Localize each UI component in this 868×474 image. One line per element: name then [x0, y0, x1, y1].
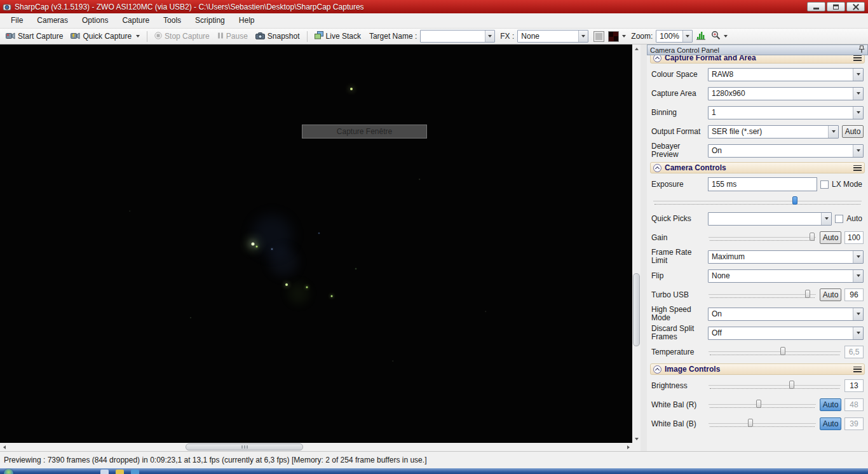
vertical-scroll-thumb[interactable] — [633, 273, 640, 346]
exposure-input[interactable]: 155 ms — [708, 177, 817, 191]
lx-mode-checkbox[interactable] — [820, 180, 829, 189]
binning-dropdown[interactable]: 1 — [708, 106, 864, 119]
taskbar-app-icon[interactable] — [131, 470, 139, 474]
brightness-value[interactable]: 13 — [844, 379, 864, 392]
white-bal-b-auto-button[interactable]: Auto — [820, 417, 841, 430]
zoom-tool-button[interactable] — [709, 29, 729, 43]
section-camera-controls[interactable]: Camera Controls — [650, 162, 865, 173]
display-swatch-button[interactable] — [593, 31, 604, 42]
frame-rate-limit-dropdown[interactable]: Maximum — [708, 250, 864, 264]
capture-area-dropdown[interactable]: 1280x960 — [708, 87, 864, 100]
menu-cameras[interactable]: Cameras — [30, 13, 75, 28]
white-bal-r-label: White Bal (R) — [651, 401, 705, 409]
star — [256, 246, 258, 248]
gain-slider[interactable] — [708, 232, 817, 243]
menu-file[interactable]: File — [4, 13, 30, 28]
white-bal-r-slider[interactable] — [708, 399, 817, 410]
brightness-slider-handle[interactable] — [789, 381, 794, 389]
white-bal-r-slider-handle[interactable] — [756, 400, 761, 408]
preview-canvas[interactable]: Capture Fenêtre — [0, 44, 632, 443]
menu-capture[interactable]: Capture — [115, 13, 156, 28]
flip-dropdown[interactable]: None — [708, 269, 864, 283]
colour-swatch-button[interactable] — [608, 31, 619, 42]
live-stack-button[interactable]: Live Stack — [311, 30, 364, 43]
colour-space-label: Colour Space — [651, 71, 705, 79]
chevron-down-icon[interactable] — [682, 30, 692, 42]
discard-split-frames-dropdown[interactable]: Off — [708, 327, 864, 340]
collapse-icon[interactable] — [653, 55, 661, 62]
collapse-icon[interactable] — [653, 164, 661, 172]
output-format-auto-button[interactable]: Auto — [842, 125, 864, 138]
white-bal-r-auto-button[interactable]: Auto — [820, 398, 841, 411]
taskbar-app-icon[interactable] — [116, 470, 124, 474]
white-bal-b-slider[interactable] — [708, 418, 817, 430]
zoom-dropdown[interactable]: 100% — [656, 30, 693, 43]
start-button[interactable] — [4, 469, 13, 474]
chevron-down-icon — [853, 270, 863, 282]
gain-auto-button[interactable]: Auto — [820, 231, 841, 244]
vertical-scrollbar[interactable] — [632, 44, 641, 443]
section-menu-icon[interactable] — [853, 55, 862, 61]
menu-tools[interactable]: Tools — [156, 13, 188, 28]
high-speed-mode-dropdown[interactable]: On — [708, 308, 864, 321]
debayer-preview-dropdown[interactable]: On — [708, 144, 864, 158]
exposure-auto-checkbox[interactable] — [835, 215, 843, 223]
menu-scripting[interactable]: Scripting — [188, 13, 232, 28]
exposure-label: Exposure — [651, 180, 705, 189]
star — [129, 210, 130, 212]
scroll-up-button[interactable] — [632, 44, 641, 53]
chevron-down-icon[interactable] — [578, 30, 588, 42]
chevron-down-icon[interactable] — [485, 30, 494, 42]
minimize-button[interactable] — [807, 2, 825, 11]
brightness-label: Brightness — [651, 382, 705, 390]
gain-value[interactable]: 100 — [844, 231, 864, 244]
turbo-usb-auto-button[interactable]: Auto — [820, 288, 841, 301]
star — [392, 360, 393, 362]
maximize-button[interactable] — [827, 2, 845, 11]
main-toolbar: Start Capture Quick Capture Stop Capture… — [0, 29, 868, 44]
close-button[interactable] — [846, 2, 865, 11]
section-menu-icon[interactable] — [853, 165, 862, 171]
star — [269, 247, 298, 276]
turbo-usb-value[interactable]: 96 — [844, 288, 864, 301]
white-bal-b-slider-handle[interactable] — [748, 419, 753, 427]
brightness-slider[interactable] — [708, 380, 841, 391]
scroll-down-button[interactable] — [632, 435, 641, 443]
section-image-controls[interactable]: Image Controls — [650, 363, 865, 375]
menu-options[interactable]: Options — [75, 13, 115, 28]
exposure-slider-handle[interactable] — [792, 196, 797, 205]
taskbar-app-icon[interactable] — [100, 470, 109, 474]
chevron-down-icon[interactable] — [622, 35, 626, 37]
turbo-usb-slider-handle[interactable] — [805, 290, 810, 298]
high-speed-mode-value: On — [709, 309, 853, 318]
section-menu-icon[interactable] — [853, 367, 862, 372]
chevron-down-icon[interactable] — [724, 35, 728, 37]
star — [190, 317, 191, 318]
section-capture-format[interactable]: Capture Format and Area — [650, 55, 865, 64]
chevron-down-icon — [853, 251, 863, 263]
toolbar-separator — [307, 31, 308, 42]
target-name-input[interactable] — [420, 30, 495, 43]
turbo-usb-slider[interactable] — [708, 289, 817, 301]
windows-taskbar — [0, 468, 868, 474]
horizontal-scrollbar[interactable] — [0, 443, 632, 451]
output-format-dropdown[interactable]: SER file (*.ser) — [708, 125, 839, 139]
horizontal-scroll-thumb[interactable] — [186, 444, 303, 450]
output-format-row: Output Format SER file (*.ser) Auto — [650, 122, 865, 141]
pin-icon[interactable] — [858, 45, 865, 55]
fx-dropdown[interactable]: None — [517, 30, 588, 43]
menu-help[interactable]: Help — [232, 13, 262, 28]
quick-picks-dropdown[interactable] — [708, 212, 832, 226]
star-field — [0, 44, 632, 443]
colour-space-dropdown[interactable]: RAW8 — [708, 68, 864, 81]
collapse-icon[interactable] — [653, 365, 661, 374]
stop-capture-icon — [154, 32, 162, 41]
quick-capture-button[interactable]: Quick Capture — [67, 30, 143, 43]
start-capture-button[interactable]: Start Capture — [3, 30, 66, 43]
histogram-button[interactable] — [694, 30, 708, 43]
gain-slider-handle[interactable] — [810, 233, 815, 241]
exposure-slider[interactable] — [653, 196, 862, 207]
scroll-left-button[interactable] — [0, 443, 8, 451]
snapshot-button[interactable]: Snapshot — [252, 30, 303, 43]
scroll-right-button[interactable] — [624, 443, 632, 451]
